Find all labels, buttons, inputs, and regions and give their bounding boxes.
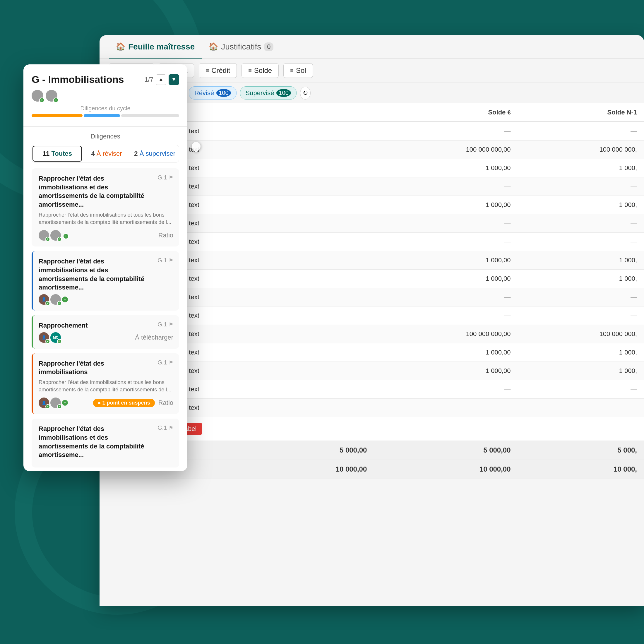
modal-header: G - Immobilisations 1/7 ▲ ▼ + + Diligenc… xyxy=(23,64,187,126)
modal-avatar-2: + xyxy=(46,90,57,102)
progress-bar xyxy=(32,114,179,117)
card-1-avatar-2: ✓ xyxy=(50,230,61,241)
diligence-card-1[interactable]: Rapprocher l'état des immobilisations et… xyxy=(32,168,179,246)
table-row-solde-12: 1 000,00 xyxy=(374,343,518,362)
table-row-solden1-1: 100 000 000, xyxy=(518,141,644,159)
table-row-solde-8: 1 000,00 xyxy=(374,270,518,288)
modal-next-btn[interactable]: ▼ xyxy=(169,74,179,85)
table-row-solde-11: 100 000 000,00 xyxy=(374,325,518,343)
diligence-card-3[interactable]: Rapprochement G.1 ⚑ 👤 ✓ MC ✓ À télécharg… xyxy=(32,315,179,349)
card-4-title-row: Rapprocher l'état des immobilisations G.… xyxy=(39,359,173,376)
tab-justificatifs[interactable]: 🏠 Justificatifs 0 xyxy=(202,36,280,59)
card-2-plus-badge: + xyxy=(62,297,68,302)
card-1-code: G.1 ⚑ xyxy=(157,174,173,181)
flag-icon-1: ⚑ xyxy=(169,175,173,181)
card-1-footer: + ✓ + Ratio xyxy=(39,230,173,241)
label-row-empty-2 xyxy=(518,417,644,441)
card-1-title: Rapprocher l'état des immobilisations et… xyxy=(39,174,154,209)
filter-solde-btn[interactable]: ≡ Solde xyxy=(241,63,279,78)
card-4-desc: Rapprocher l'état des immobilisations et… xyxy=(39,379,173,393)
table-row-solden1-9: — xyxy=(518,288,644,306)
filter-sol-btn[interactable]: ≡ Sol xyxy=(283,63,313,78)
flag-icon-3: ⚑ xyxy=(169,322,173,328)
card-2-avatar-1: 👤 ✓ xyxy=(39,294,49,305)
table-row-solde-10: — xyxy=(374,306,518,325)
filter-credit-btn[interactable]: ≡ Crédit xyxy=(199,63,237,78)
diligences-cycle-label: Diligences du cycle xyxy=(32,105,179,112)
card-4-status-area: ● 1 point en suspens Ratio xyxy=(93,399,173,407)
filter-tabs: 11 Toutes 4 À réviser 2 À superviser xyxy=(32,145,179,162)
table-row-solde-13: 1 000,00 xyxy=(374,362,518,380)
modal-panel: G - Immobilisations 1/7 ▲ ▼ + + Diligenc… xyxy=(23,64,187,471)
card-4-suspens-badge: ● 1 point en suspens xyxy=(93,399,155,407)
card-4-plus-badge: + xyxy=(62,400,68,406)
filter-tab-areviser[interactable]: 4 À réviser xyxy=(83,145,131,162)
table-row-solde-14: — xyxy=(374,380,518,399)
summary-solde-0: 5 000,00 xyxy=(374,441,518,460)
filter-tab-toutes[interactable]: 11 Toutes xyxy=(32,146,82,162)
table-row-solde-7: 1 000,00 xyxy=(374,251,518,270)
card-1-avatar-badge-1: + xyxy=(45,237,50,241)
card-3-avatars: 👤 ✓ MC ✓ xyxy=(39,332,61,343)
progress-segment-2 xyxy=(84,114,120,117)
card-3-title: Rapprochement xyxy=(39,321,154,330)
filter-icon-solde: ≡ xyxy=(248,67,252,74)
card-3-avatar-badge-2: ✓ xyxy=(57,339,62,344)
modal-avatars-row: + + xyxy=(32,90,179,102)
label-row-empty-1 xyxy=(374,417,518,441)
modal-title-row: G - Immobilisations 1/7 ▲ ▼ xyxy=(32,74,179,85)
home-icon-1: 🏠 xyxy=(116,42,125,51)
table-row-solde-6: — xyxy=(374,233,518,251)
card-4-title: Rapprocher l'état des immobilisations xyxy=(39,359,154,376)
card-1-avatar-badge-2: ✓ xyxy=(57,237,62,241)
diligence-card-4[interactable]: Rapprocher l'état des immobilisations G.… xyxy=(32,353,179,414)
table-row-solde-0: — xyxy=(374,122,518,141)
card-5-title: Rapprocher l'état des immobilisations et… xyxy=(39,424,154,459)
tabs-bar: 🏠 Feuille maîtresse 🏠 Justificatifs 0 xyxy=(100,35,644,59)
card-1-ratio: Ratio xyxy=(158,232,173,239)
table-row-solden1-15: — xyxy=(518,399,644,417)
diligences-title: Diligences xyxy=(32,133,179,140)
table-row-solden1-7: 1 000, xyxy=(518,251,644,270)
refresh-button[interactable]: ↻ xyxy=(300,87,311,100)
diligence-card-2[interactable]: Rapprocher l'état des immobilisations et… xyxy=(32,251,179,311)
card-2-avatar-badge-1: ✓ xyxy=(45,301,50,306)
modal-nav: 1/7 ▲ ▼ xyxy=(144,74,179,85)
table-row-solden1-6: — xyxy=(518,233,644,251)
table-row-solden1-4: 1 000, xyxy=(518,196,644,214)
modal-page-indicator: 1/7 xyxy=(144,76,153,83)
avatar-badge-1: + xyxy=(39,97,44,103)
card-1-title-row: Rapprocher l'état des immobilisations et… xyxy=(39,174,173,209)
diligence-card-5[interactable]: Rapprocher l'état des immobilisations et… xyxy=(32,419,179,467)
filter-tab-asuperviser[interactable]: 2 À superviser xyxy=(131,145,179,162)
card-4-code: G.1 ⚑ xyxy=(157,359,173,366)
card-1-desc: Rapprocher l'état des immobilisations et… xyxy=(39,211,173,226)
table-row-solden1-0: — xyxy=(518,122,644,141)
card-3-avatar-1: 👤 ✓ xyxy=(39,332,49,343)
card-3-avatar-badge-1: ✓ xyxy=(45,339,50,344)
flag-icon-2: ⚑ xyxy=(169,258,173,263)
status-supervise: Supervisé 100 xyxy=(240,86,297,100)
card-2-title: Rapprocher l'état des immobilisations et… xyxy=(39,257,154,292)
card-3-footer: 👤 ✓ MC ✓ À télécharger xyxy=(39,332,173,343)
table-row-solde-9: — xyxy=(374,288,518,306)
table-row-solden1-10: — xyxy=(518,306,644,325)
card-1-extra-badge: + xyxy=(63,233,69,239)
card-5-title-row: Rapprocher l'état des immobilisations et… xyxy=(39,424,173,459)
table-row-solden1-14: — xyxy=(518,380,644,399)
table-row-solde-5: — xyxy=(374,214,518,233)
tab-feuille-maitresse[interactable]: 🏠 Feuille maîtresse xyxy=(109,36,202,59)
card-4-avatars: 👤 ✓ ✓ + xyxy=(39,398,68,408)
modal-prev-btn[interactable]: ▲ xyxy=(156,74,166,85)
card-2-title-row: Rapprocher l'état des immobilisations et… xyxy=(39,257,173,292)
card-4-avatar-2: ✓ xyxy=(50,398,61,408)
modal-avatar-1: + xyxy=(32,90,43,102)
flag-icon-5: ⚑ xyxy=(169,425,173,431)
card-2-avatar-badge-2: ✓ xyxy=(57,301,62,306)
card-5-code: G.1 ⚑ xyxy=(157,424,173,431)
card-4-footer: 👤 ✓ ✓ + ● 1 point en suspens Ratio xyxy=(39,398,173,408)
card-4-ratio: Ratio xyxy=(158,399,173,407)
status-revise: Révisé 100 xyxy=(189,86,237,100)
summary-solde-1: 10 000,00 xyxy=(374,460,518,479)
card-1-avatars: + ✓ + xyxy=(39,230,68,241)
